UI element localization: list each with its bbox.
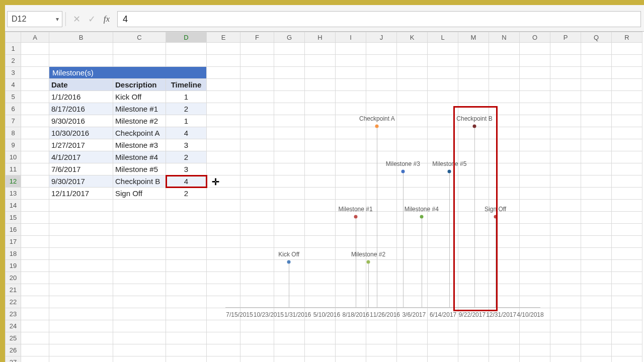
worksheet[interactable]: ABCDEFGHIJKLMNOPQR123Milestone(s)4DateDe… <box>5 32 644 362</box>
cell-P26[interactable] <box>550 344 581 356</box>
cell-R3[interactable] <box>612 67 642 79</box>
cell-B5[interactable]: 1/1/2016 <box>49 91 113 103</box>
cell-E4[interactable] <box>207 79 240 91</box>
cell-Q12[interactable] <box>581 175 612 188</box>
cell-P23[interactable] <box>550 308 581 320</box>
cell-J2[interactable] <box>366 55 397 67</box>
cell-C16[interactable] <box>113 224 166 236</box>
cell-Q5[interactable] <box>581 91 612 103</box>
cell-G5[interactable] <box>274 91 305 103</box>
confirm-icon[interactable]: ✓ <box>84 12 99 27</box>
cell-O2[interactable] <box>520 55 550 67</box>
cell-A5[interactable] <box>21 91 49 103</box>
cell-F26[interactable] <box>240 344 274 356</box>
cell-B23[interactable] <box>49 308 113 320</box>
cell-A14[interactable] <box>21 200 49 212</box>
row-head-4[interactable]: 4 <box>6 79 21 91</box>
cell-N25[interactable] <box>489 332 520 344</box>
cell-R4[interactable] <box>612 79 642 91</box>
cell-A4[interactable] <box>21 79 49 91</box>
data-point[interactable] <box>420 215 423 219</box>
cell-A6[interactable] <box>21 103 49 115</box>
row-head-3[interactable]: 3 <box>6 67 21 79</box>
cell-Q26[interactable] <box>581 344 612 356</box>
cell-D1[interactable] <box>166 43 207 55</box>
cell-K27[interactable] <box>397 356 428 363</box>
cell-K1[interactable] <box>397 43 428 55</box>
cell-D10[interactable]: 2 <box>166 151 207 163</box>
cell-R14[interactable] <box>612 200 642 212</box>
cell-P19[interactable] <box>550 260 581 272</box>
cell-O5[interactable] <box>520 91 550 103</box>
cell-P12[interactable] <box>550 175 581 188</box>
cell-G3[interactable] <box>274 67 305 79</box>
cell-F1[interactable] <box>240 43 274 55</box>
cell-D15[interactable] <box>166 212 207 224</box>
cell-K3[interactable] <box>397 67 428 79</box>
cell-C22[interactable] <box>113 296 166 308</box>
row-head-14[interactable]: 14 <box>6 200 21 212</box>
cell-N27[interactable] <box>489 356 520 363</box>
cell-R22[interactable] <box>612 296 642 308</box>
cell-P7[interactable] <box>550 115 581 127</box>
chevron-down-icon[interactable]: ▾ <box>53 16 62 23</box>
cell-K4[interactable] <box>397 79 428 91</box>
col-head-D[interactable]: D <box>166 32 207 43</box>
cell-R6[interactable] <box>612 103 642 115</box>
cell-P9[interactable] <box>550 139 581 151</box>
cell-A12[interactable] <box>21 175 49 188</box>
col-head-I[interactable]: I <box>336 32 366 43</box>
cell-B16[interactable] <box>49 224 113 236</box>
cell-R19[interactable] <box>612 260 642 272</box>
cell-P4[interactable] <box>550 79 581 91</box>
cell-I25[interactable] <box>336 332 366 344</box>
cell-M3[interactable] <box>458 67 489 79</box>
cell-Q8[interactable] <box>581 127 612 139</box>
cell-B4[interactable]: Date <box>49 79 113 91</box>
cell-Q24[interactable] <box>581 320 612 332</box>
cell-E26[interactable] <box>207 344 240 356</box>
cell-N4[interactable] <box>489 79 520 91</box>
cell-R27[interactable] <box>612 356 642 363</box>
row-head-20[interactable]: 20 <box>6 272 21 284</box>
cell-C14[interactable] <box>113 200 166 212</box>
cell-D14[interactable] <box>166 200 207 212</box>
cell-B11[interactable]: 7/6/2017 <box>49 163 113 175</box>
cell-H25[interactable] <box>305 332 336 344</box>
col-head-Q[interactable]: Q <box>581 32 612 43</box>
cell-M27[interactable] <box>458 356 489 363</box>
cell-B9[interactable]: 1/27/2017 <box>49 139 113 151</box>
cell-J5[interactable] <box>366 91 397 103</box>
cell-C15[interactable] <box>113 212 166 224</box>
cell-C4[interactable]: Description <box>113 79 166 91</box>
col-head-C[interactable]: C <box>113 32 166 43</box>
cell-B18[interactable] <box>49 248 113 260</box>
cell-Q17[interactable] <box>581 236 612 248</box>
data-point[interactable] <box>367 260 370 264</box>
col-head-J[interactable]: J <box>366 32 397 43</box>
cell-R5[interactable] <box>612 91 642 103</box>
cell-A18[interactable] <box>21 248 49 260</box>
row-head-1[interactable]: 1 <box>6 43 21 55</box>
col-head-K[interactable]: K <box>397 32 428 43</box>
cell-C12[interactable]: Checkpoint B <box>113 175 166 188</box>
cell-P24[interactable] <box>550 320 581 332</box>
cell-C6[interactable]: Milestone #1 <box>113 103 166 115</box>
cell-I26[interactable] <box>336 344 366 356</box>
fx-icon[interactable]: fx <box>99 12 114 27</box>
col-head-F[interactable]: F <box>240 32 274 43</box>
cell-D19[interactable] <box>166 260 207 272</box>
cell-Q25[interactable] <box>581 332 612 344</box>
cell-P16[interactable] <box>550 224 581 236</box>
cell-C27[interactable] <box>113 356 166 363</box>
cell-C17[interactable] <box>113 236 166 248</box>
cell-B20[interactable] <box>49 272 113 284</box>
cell-H26[interactable] <box>305 344 336 356</box>
cell-D24[interactable] <box>166 320 207 332</box>
cell-A15[interactable] <box>21 212 49 224</box>
cell-I4[interactable] <box>336 79 366 91</box>
cell-Q16[interactable] <box>581 224 612 236</box>
cell-J4[interactable] <box>366 79 397 91</box>
cell-A17[interactable] <box>21 236 49 248</box>
cell-B2[interactable] <box>49 55 113 67</box>
